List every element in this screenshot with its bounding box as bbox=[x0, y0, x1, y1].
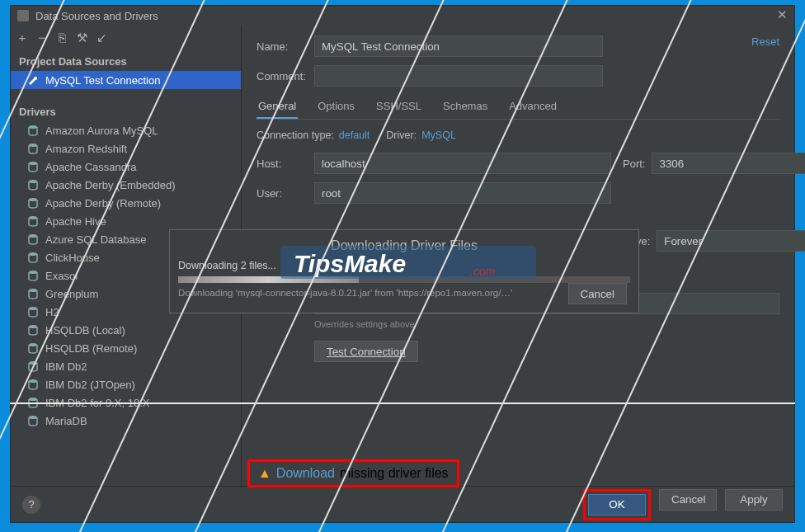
reset-link[interactable]: Reset bbox=[751, 35, 779, 48]
name-input[interactable] bbox=[314, 35, 603, 57]
host-input[interactable] bbox=[314, 153, 611, 174]
user-input[interactable] bbox=[314, 182, 611, 204]
download-dialog-detail: Downloading 'mysql-connector-java-8.0.21… bbox=[178, 288, 630, 298]
download-cancel-button[interactable]: Cancel bbox=[568, 283, 628, 304]
port-input[interactable] bbox=[652, 153, 805, 174]
driver-item[interactable]: Apache Derby (Embedded) bbox=[11, 176, 241, 194]
svg-point-14 bbox=[29, 379, 37, 383]
svg-text:.com: .com bbox=[470, 265, 496, 278]
svg-point-12 bbox=[29, 343, 37, 346]
database-icon bbox=[27, 379, 39, 390]
wrench-icon[interactable]: ⚒ bbox=[75, 31, 88, 45]
database-icon bbox=[27, 197, 39, 209]
tab-options[interactable]: Options bbox=[316, 95, 356, 119]
driver-label: ClickHouse bbox=[45, 252, 100, 264]
database-icon bbox=[27, 179, 39, 191]
driver-item[interactable]: Amazon Redshift bbox=[11, 139, 241, 158]
download-missing-drivers[interactable]: ▲ Download missing driver files bbox=[247, 459, 459, 487]
help-icon[interactable]: ? bbox=[22, 496, 40, 514]
footer: ? OK Cancel Apply bbox=[11, 486, 794, 522]
driver-item[interactable]: IBM Db2 (JTOpen) bbox=[11, 375, 241, 393]
database-icon bbox=[27, 233, 39, 245]
svg-point-10 bbox=[29, 307, 37, 310]
driver-item[interactable]: Apache Hive bbox=[11, 212, 241, 230]
driver-label: Amazon Redshift bbox=[45, 143, 127, 155]
close-icon[interactable]: ✕ bbox=[774, 7, 789, 22]
database-icon bbox=[27, 215, 39, 227]
save-select[interactable] bbox=[657, 230, 805, 252]
footer-buttons: OK Cancel Apply bbox=[583, 489, 783, 520]
database-icon bbox=[27, 161, 39, 172]
user-label: User: bbox=[257, 187, 314, 200]
svg-point-0 bbox=[29, 125, 37, 129]
svg-point-5 bbox=[29, 216, 37, 219]
driver-item[interactable]: IBM Db2 bbox=[11, 357, 241, 375]
svg-point-6 bbox=[29, 234, 37, 238]
driver-label: Greenplum bbox=[45, 288, 98, 300]
decorative-line bbox=[10, 403, 795, 404]
download-link-rest: missing driver files bbox=[340, 466, 449, 481]
copy-icon[interactable]: ⎘ bbox=[55, 31, 68, 45]
database-icon bbox=[27, 288, 39, 299]
datasource-label: MySQL Test Connection bbox=[45, 74, 160, 87]
driver-item[interactable]: HSQLDB (Local) bbox=[11, 321, 241, 339]
driver-label: Apache Hive bbox=[45, 215, 106, 228]
comment-label: Comment: bbox=[257, 70, 314, 82]
section-project-data-sources: Project Data Sources bbox=[11, 50, 241, 71]
driver-label: HSQLDB (Local) bbox=[45, 324, 125, 337]
driver-item[interactable]: Apache Derby (Remote) bbox=[11, 194, 241, 212]
port-label: Port: bbox=[623, 158, 645, 170]
cancel-button[interactable]: Cancel bbox=[659, 489, 717, 511]
svg-point-7 bbox=[29, 252, 37, 256]
section-drivers: Drivers bbox=[11, 101, 241, 121]
database-icon bbox=[27, 125, 39, 136]
app-icon bbox=[17, 10, 29, 21]
warning-icon: ▲ bbox=[258, 466, 271, 481]
ok-highlight: OK bbox=[583, 489, 651, 520]
tab-ssh-ssl[interactable]: SSH/SSL bbox=[374, 95, 423, 119]
url-note: Overrides settings above bbox=[314, 319, 779, 329]
database-icon bbox=[27, 252, 39, 263]
tab-schemas[interactable]: Schemas bbox=[441, 95, 489, 119]
tab-advanced[interactable]: Advanced bbox=[507, 95, 558, 119]
download-link[interactable]: Download bbox=[276, 466, 335, 481]
database-icon bbox=[27, 143, 39, 154]
svg-point-9 bbox=[29, 289, 37, 292]
database-icon bbox=[27, 342, 39, 354]
comment-input[interactable] bbox=[314, 65, 603, 87]
driver-label: Driver: bbox=[386, 129, 417, 141]
svg-point-11 bbox=[29, 325, 37, 328]
driver-label: Apache Derby (Embedded) bbox=[45, 179, 176, 191]
title-bar: Data Sources and Drivers ✕ bbox=[11, 6, 794, 26]
driver-item[interactable]: MariaDB bbox=[11, 412, 241, 430]
connection-type-row: Connection type: default Driver: MySQL bbox=[257, 129, 779, 141]
database-icon bbox=[27, 324, 39, 336]
svg-point-8 bbox=[29, 271, 37, 274]
connection-type-value[interactable]: default bbox=[339, 129, 370, 141]
add-icon[interactable]: + bbox=[16, 31, 29, 45]
driver-label: HSQLDB (Remote) bbox=[45, 342, 137, 355]
driver-label: IBM Db2 bbox=[45, 360, 87, 373]
svg-point-2 bbox=[29, 162, 37, 165]
ok-button[interactable]: OK bbox=[588, 494, 646, 516]
svg-text:TipsMake: TipsMake bbox=[294, 250, 406, 277]
svg-point-1 bbox=[29, 144, 37, 147]
svg-point-15 bbox=[29, 398, 37, 401]
svg-point-16 bbox=[29, 416, 37, 419]
database-icon bbox=[27, 415, 39, 426]
datasource-item[interactable]: MySQL Test Connection bbox=[11, 71, 241, 89]
driver-label: Azure SQL Database bbox=[45, 233, 146, 246]
revert-icon[interactable]: ↙ bbox=[95, 31, 108, 45]
driver-label: Apache Derby (Remote) bbox=[45, 197, 161, 210]
database-icon bbox=[27, 270, 39, 281]
connection-type-label: Connection type: bbox=[257, 129, 334, 141]
driver-value[interactable]: MySQL bbox=[421, 129, 456, 141]
driver-item[interactable]: Amazon Aurora MySQL bbox=[11, 121, 241, 139]
svg-point-3 bbox=[29, 180, 37, 183]
database-icon bbox=[27, 306, 39, 318]
driver-label: IBM Db2 (JTOpen) bbox=[45, 379, 135, 391]
apply-button[interactable]: Apply bbox=[725, 489, 783, 511]
svg-point-4 bbox=[29, 198, 37, 201]
host-label: Host: bbox=[257, 158, 314, 170]
driver-label: MariaDB bbox=[45, 415, 87, 427]
